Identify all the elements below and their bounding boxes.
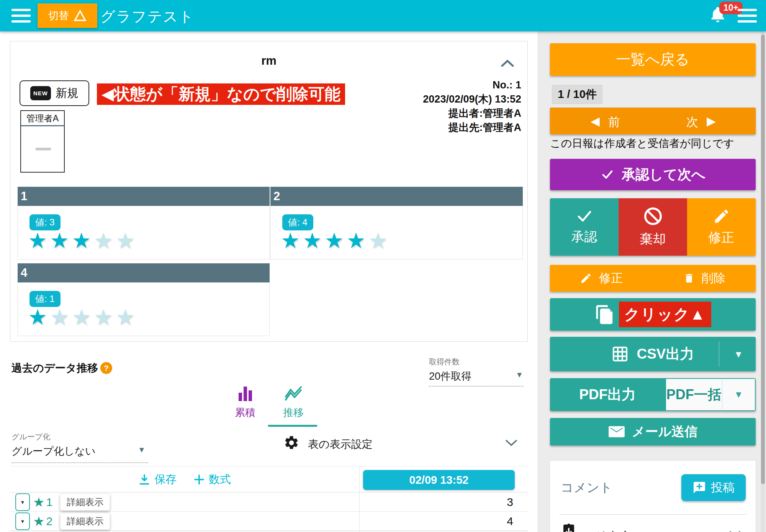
star-empty-icon: ★ xyxy=(50,305,72,329)
scrollbar-thumb[interactable] xyxy=(761,34,765,484)
plus-icon xyxy=(193,474,205,485)
approve-and-next-button[interactable]: 承認して次へ xyxy=(550,159,756,190)
pdf-batch-button[interactable]: PDF一括 xyxy=(665,378,722,411)
comment-card: コメント 投稿 絵文字 xyxy=(550,461,756,532)
chevron-down-icon xyxy=(505,439,518,447)
star-filled-icon: ★ xyxy=(347,228,368,253)
bar-chart-icon xyxy=(239,386,252,401)
pdf-export-button[interactable]: PDF出力 xyxy=(550,378,665,411)
approve-next-label: 承認して次へ xyxy=(622,165,705,184)
star-empty-icon: ★ xyxy=(94,305,116,329)
pdf-dropdown-button[interactable]: ▼ xyxy=(722,378,756,411)
star-rating: ★★★★★ xyxy=(28,227,137,254)
rating-header: 1 xyxy=(18,187,270,206)
star-filled-icon: ★ xyxy=(281,228,303,253)
report-datetime: 2023/02/09(木) 13:52 xyxy=(423,92,521,106)
save-button[interactable]: 保存 xyxy=(138,472,177,487)
prev-arrow-icon[interactable]: ◀ xyxy=(591,114,600,128)
action-sidebar: 一覧へ戻る 1 / 10件 ◀ 前 次 ▶ この日報は作成者と受信者が同じです … xyxy=(538,31,766,532)
caret-down-icon: ▼ xyxy=(734,389,743,400)
overflow-menu-icon[interactable] xyxy=(738,9,757,23)
formula-button[interactable]: 数式 xyxy=(193,472,231,487)
rating-section-4: 4 値: 1 ★★★★★ xyxy=(18,263,270,336)
fetch-count-select[interactable]: 取得件数 20件取得 ▼ xyxy=(429,357,523,387)
column-date-button[interactable]: 02/09 13:52 xyxy=(363,470,515,490)
star-filled-icon: ★ xyxy=(50,228,72,253)
star-filled-icon: ★ xyxy=(303,228,324,253)
cell-value: 4 xyxy=(359,512,528,531)
post-comment-button[interactable]: 投稿 xyxy=(681,474,746,501)
detail-button[interactable]: 詳細表示 xyxy=(60,494,110,511)
click-callout: クリック▲ xyxy=(619,302,711,327)
menu-icon[interactable] xyxy=(11,9,31,23)
button-divider xyxy=(719,341,719,367)
mail-label: メール送信 xyxy=(632,423,698,441)
star-filled-icon: ★ xyxy=(28,305,50,329)
active-tab-indicator xyxy=(268,425,317,427)
send-mail-button[interactable]: メール送信 xyxy=(550,418,756,446)
back-to-list-button[interactable]: 一覧へ戻る xyxy=(550,43,756,76)
save-label: 保存 xyxy=(154,472,177,487)
trash-icon xyxy=(683,272,695,284)
caret-down-icon[interactable]: ▼ xyxy=(734,349,743,360)
switch-button-label: 切替 xyxy=(48,9,69,23)
stamp-placeholder xyxy=(36,148,51,150)
next-button[interactable]: 次 xyxy=(686,114,698,130)
star-empty-icon: ★ xyxy=(72,305,93,329)
grouping-select[interactable]: グループ化 グループ化しない ▼ xyxy=(11,432,148,463)
approve-label: 承認 xyxy=(571,228,597,246)
csv-export-button[interactable]: CSV出力 ▼ xyxy=(550,337,756,371)
edit-label: 修正 xyxy=(599,270,623,286)
comment-plus-icon xyxy=(692,481,706,494)
approve-button[interactable]: 承認 xyxy=(550,198,619,256)
table-toolbar: 保存 数式 xyxy=(10,467,359,493)
report-meta: No.: 1 2023/02/09(木) 13:52 提出者:管理者A 提出先:… xyxy=(423,78,521,135)
prev-button[interactable]: 前 xyxy=(608,114,620,130)
table-display-settings[interactable]: 表の表示設定 xyxy=(283,435,521,452)
pencil-icon xyxy=(713,207,730,225)
envelope-icon xyxy=(608,425,625,439)
star-icon: ★ xyxy=(33,494,44,510)
caret-down-icon: ▼ xyxy=(516,370,523,379)
comment-title: コメント xyxy=(561,479,612,496)
history-table: 保存 数式 02/09 13:52 ▼ ★ 1 詳細表示 3 ▼ xyxy=(10,466,528,532)
approval-stamp-box: 管理者A xyxy=(20,110,65,173)
action-button-row: 承認 棄却 修正 xyxy=(550,198,756,256)
delete-label: 削除 xyxy=(702,270,725,286)
post-label: 投稿 xyxy=(711,480,735,496)
emoji-accordion[interactable]: 絵文字 xyxy=(561,522,746,532)
detail-button[interactable]: 詳細表示 xyxy=(60,513,110,530)
collapse-button[interactable] xyxy=(500,58,515,68)
star-empty-icon: ★ xyxy=(116,228,137,253)
pdf-button-group: PDF出力 PDF一括 ▼ xyxy=(550,378,756,411)
edit-delete-bar: 修正 削除 xyxy=(550,265,756,292)
rating-header: 2 xyxy=(270,187,523,206)
pager-nav: ◀ 前 次 ▶ xyxy=(550,108,756,134)
reject-button[interactable]: 棄却 xyxy=(619,198,687,256)
help-icon[interactable]: ? xyxy=(100,362,112,374)
next-arrow-icon[interactable]: ▶ xyxy=(707,114,716,128)
tab-transition[interactable]: 推移 xyxy=(274,386,313,419)
reject-label: 棄却 xyxy=(640,230,666,248)
table-grid-icon xyxy=(611,345,629,363)
amend-button[interactable]: 修正 xyxy=(687,198,756,256)
switch-button[interactable]: 切替 xyxy=(38,3,97,28)
caret-down-icon: ▼ xyxy=(138,446,146,454)
deletable-note-banner: ◀状態が「新規」なので削除可能 xyxy=(97,83,345,105)
pager-count-badge: 1 / 10件 xyxy=(552,85,602,104)
rating-body: 値: 4 ★★★★★ xyxy=(270,206,523,259)
copy-icon xyxy=(594,304,615,325)
scrollbar-track[interactable] xyxy=(761,31,765,532)
row-number: 2 xyxy=(46,515,52,528)
delete-button[interactable]: 削除 xyxy=(653,265,756,292)
stamp-body xyxy=(21,126,64,171)
notifications-button[interactable]: 10+ xyxy=(709,5,732,28)
tab-cumulative[interactable]: 累積 xyxy=(228,386,262,419)
row-dropdown-button[interactable]: ▼ xyxy=(15,512,30,530)
grouping-label: グループ化 xyxy=(11,432,148,442)
row-dropdown-button[interactable]: ▼ xyxy=(15,493,30,511)
copy-button[interactable]: クリック▲ xyxy=(550,298,756,331)
row-number: 1 xyxy=(46,496,52,509)
fetch-count-value: 20件取得 xyxy=(429,369,523,383)
edit-button[interactable]: 修正 xyxy=(550,265,653,292)
